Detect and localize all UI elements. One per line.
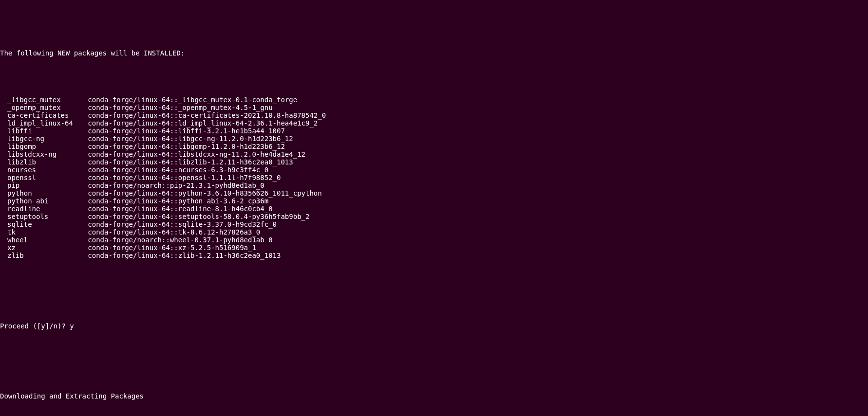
package-spec: conda-forge/linux-64::ld_impl_linux-64-2…	[75, 119, 318, 127]
package-name: sqlite	[0, 220, 75, 228]
blank-line	[0, 298, 868, 306]
install-header: The following NEW packages will be INSTA…	[0, 49, 868, 57]
package-name: python	[0, 189, 75, 197]
package-row: tk conda-forge/linux-64::tk-8.6.12-h2782…	[0, 228, 868, 236]
blank-line	[0, 275, 868, 283]
package-name: wheel	[0, 236, 75, 244]
package-row: zlib conda-forge/linux-64::zlib-1.2.11-h…	[0, 252, 868, 259]
package-spec: conda-forge/linux-64::setuptools-58.0.4-…	[75, 213, 309, 220]
package-spec: conda-forge/linux-64::libstdcxx-ng-11.2.…	[75, 150, 305, 158]
package-row: pip conda-forge/noarch::pip-21.3.1-pyhd8…	[0, 181, 868, 189]
package-row: ld_impl_linux-64 conda-forge/linux-64::l…	[0, 119, 868, 127]
package-row: libgcc-ng conda-forge/linux-64::libgcc-n…	[0, 135, 868, 143]
package-name: xz	[0, 244, 75, 252]
package-spec: conda-forge/linux-64::python-3.6.10-h835…	[75, 189, 322, 197]
package-row: _openmp_mutex conda-forge/linux-64::_ope…	[0, 104, 868, 111]
package-row: libzlib conda-forge/linux-64::libzlib-1.…	[0, 158, 868, 166]
package-spec: conda-forge/linux-64::xz-5.2.5-h516909a_…	[75, 244, 256, 252]
package-name: ld_impl_linux-64	[0, 119, 75, 127]
package-spec: conda-forge/linux-64::libgcc-ng-11.2.0-h…	[75, 135, 293, 143]
terminal-output[interactable]: The following NEW packages will be INSTA…	[0, 33, 868, 416]
package-row: ncurses conda-forge/linux-64::ncurses-6.…	[0, 166, 868, 174]
blank-line	[0, 369, 868, 377]
package-name: ca-certificates	[0, 111, 75, 119]
package-spec: conda-forge/noarch::pip-21.3.1-pyhd8ed1a…	[75, 181, 264, 189]
package-row: setuptools conda-forge/linux-64::setupto…	[0, 213, 868, 220]
package-spec: conda-forge/linux-64::ncurses-6.3-h9c3ff…	[75, 166, 268, 174]
proceed-prompt: Proceed ([y]/n)? y	[0, 322, 868, 330]
package-row: sqlite conda-forge/linux-64::sqlite-3.37…	[0, 220, 868, 228]
package-spec: conda-forge/linux-64::_libgcc_mutex-0.1-…	[75, 96, 297, 104]
package-row: libffi conda-forge/linux-64::libffi-3.2.…	[0, 127, 868, 135]
package-spec: conda-forge/linux-64::zlib-1.2.11-h36c2e…	[75, 252, 281, 259]
package-spec: conda-forge/linux-64::libffi-3.2.1-he1b5…	[75, 127, 285, 135]
package-row: wheel conda-forge/noarch::wheel-0.37.1-p…	[0, 236, 868, 244]
package-row: libgomp conda-forge/linux-64::libgomp-11…	[0, 143, 868, 150]
package-name: _openmp_mutex	[0, 104, 75, 111]
package-row: python conda-forge/linux-64::python-3.6.…	[0, 189, 868, 197]
package-spec: conda-forge/linux-64::tk-8.6.12-h27826a3…	[75, 228, 260, 236]
package-name: readline	[0, 205, 75, 213]
package-name: python_abi	[0, 197, 75, 205]
package-row: readline conda-forge/linux-64::readline-…	[0, 205, 868, 213]
package-spec: conda-forge/linux-64::python_abi-3.6-2_c…	[75, 197, 268, 205]
package-name: libgcc-ng	[0, 135, 75, 143]
package-spec: conda-forge/linux-64::ca-certificates-20…	[75, 111, 326, 119]
package-name: libffi	[0, 127, 75, 135]
package-spec: conda-forge/linux-64::readline-8.1-h46c0…	[75, 205, 273, 213]
package-name: openssl	[0, 174, 75, 181]
package-name: zlib	[0, 252, 75, 259]
package-row: libstdcxx-ng conda-forge/linux-64::libst…	[0, 150, 868, 158]
package-row: openssl conda-forge/linux-64::openssl-1.…	[0, 174, 868, 181]
package-spec: conda-forge/noarch::wheel-0.37.1-pyhd8ed…	[75, 236, 273, 244]
package-spec: conda-forge/linux-64::libzlib-1.2.11-h36…	[75, 158, 293, 166]
package-name: pip	[0, 181, 75, 189]
package-name: ncurses	[0, 166, 75, 174]
blank-line	[0, 345, 868, 353]
package-spec: conda-forge/linux-64::libgomp-11.2.0-h1d…	[75, 143, 285, 150]
package-row: ca-certificates conda-forge/linux-64::ca…	[0, 111, 868, 119]
packages-list: _libgcc_mutex conda-forge/linux-64::_lib…	[0, 96, 868, 259]
downloading-header: Downloading and Extracting Packages	[0, 392, 868, 400]
package-row: python_abi conda-forge/linux-64::python_…	[0, 197, 868, 205]
package-name: libstdcxx-ng	[0, 150, 75, 158]
package-spec: conda-forge/linux-64::openssl-1.1.1l-h7f…	[75, 174, 281, 181]
package-row: _libgcc_mutex conda-forge/linux-64::_lib…	[0, 96, 868, 104]
package-name: tk	[0, 228, 75, 236]
blank-line	[0, 72, 868, 80]
package-spec: conda-forge/linux-64::sqlite-3.37.0-h9cd…	[75, 220, 277, 228]
package-name: libzlib	[0, 158, 75, 166]
package-name: _libgcc_mutex	[0, 96, 75, 104]
package-name: setuptools	[0, 213, 75, 220]
package-row: xz conda-forge/linux-64::xz-5.2.5-h51690…	[0, 244, 868, 252]
package-spec: conda-forge/linux-64::_openmp_mutex-4.5-…	[75, 104, 273, 111]
package-name: libgomp	[0, 143, 75, 150]
